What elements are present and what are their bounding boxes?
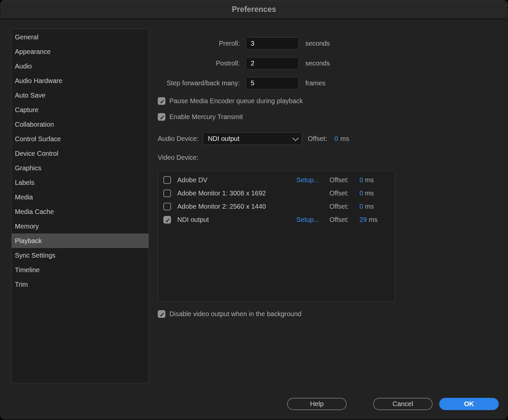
offset-unit: ms xyxy=(365,189,374,197)
mercury-transmit-label: Enable Mercury Transmit xyxy=(169,113,243,121)
sidebar-item-label: Appearance xyxy=(15,48,51,56)
step-label: Step forward/back many: xyxy=(158,79,240,87)
audio-device-value: NDI output xyxy=(208,135,293,143)
offset-number: 0 xyxy=(360,189,363,197)
video-device-label: Video Device: xyxy=(158,154,198,161)
sidebar-item-label: Auto Save xyxy=(15,92,45,99)
sidebar-item-collaboration[interactable]: Collaboration xyxy=(12,117,148,132)
pause-encoder-label: Pause Media Encoder queue during playbac… xyxy=(169,97,303,105)
sidebar-item-memory[interactable]: Memory xyxy=(12,219,148,233)
offset-number: 0 xyxy=(360,176,363,184)
device-name: Adobe DV xyxy=(177,176,296,184)
preferences-dialog: Preferences General Appearance Audio Aud… xyxy=(0,0,508,419)
step-unit: frames xyxy=(305,79,325,87)
offset-value[interactable]: 0 ms xyxy=(360,203,395,210)
audio-device-select[interactable]: NDI output xyxy=(203,132,302,145)
help-button[interactable]: Help xyxy=(287,398,347,410)
disable-background-row: Disable video output when in the backgro… xyxy=(158,310,301,318)
ndi-output-checkbox[interactable] xyxy=(163,216,171,224)
offset-label: Offset: xyxy=(329,203,360,210)
chevron-down-icon xyxy=(293,135,299,141)
postroll-row: Postroll: seconds xyxy=(158,57,330,69)
sidebar-item-device-control[interactable]: Device Control xyxy=(12,146,148,161)
sidebar-item-label: Collaboration xyxy=(15,121,54,128)
sidebar-item-label: Capture xyxy=(15,106,38,114)
sidebar-item-label: Media Cache xyxy=(15,208,54,216)
title-bar: Preferences xyxy=(1,0,507,19)
preroll-unit: seconds xyxy=(305,40,330,47)
offset-value[interactable]: 0 ms xyxy=(360,189,395,197)
sidebar-item-label: Timeline xyxy=(15,266,40,274)
pause-encoder-row: Pause Media Encoder queue during playbac… xyxy=(158,97,303,105)
sidebar-item-labels[interactable]: Labels xyxy=(12,175,148,190)
disable-background-label: Disable video output when in the backgro… xyxy=(169,310,301,318)
sidebar-item-sync-settings[interactable]: Sync Settings xyxy=(12,248,148,263)
audio-device-row: Audio Device: NDI output Offset: 0 ms xyxy=(158,132,349,145)
postroll-label: Postroll: xyxy=(158,60,240,67)
adobe-monitor-2-checkbox[interactable] xyxy=(163,203,171,210)
sidebar-item-label: Audio xyxy=(15,63,32,70)
device-name: NDI output xyxy=(177,216,296,224)
preroll-label: Preroll: xyxy=(158,40,240,47)
sidebar-item-auto-save[interactable]: Auto Save xyxy=(12,88,148,103)
sidebar-item-label: Audio Hardware xyxy=(15,77,62,85)
sidebar-item-label: Sync Settings xyxy=(15,252,55,259)
offset-value[interactable]: 29 ms xyxy=(360,216,395,224)
sidebar-item-general[interactable]: General xyxy=(12,30,148,44)
sidebar-item-label: Playback xyxy=(15,237,42,245)
offset-number: 0 xyxy=(360,203,363,210)
cancel-button[interactable]: Cancel xyxy=(373,398,433,410)
offset-unit: ms xyxy=(369,216,378,223)
sidebar-item-playback[interactable]: Playback xyxy=(12,233,148,248)
device-row-ndi-output: NDI output Setup... Offset: 29 ms xyxy=(158,213,395,226)
offset-unit: ms xyxy=(365,203,374,210)
device-row-adobe-monitor-1: Adobe Monitor 1: 3008 x 1692 Offset: 0 m… xyxy=(158,187,395,200)
sidebar-item-label: General xyxy=(15,33,38,41)
offset-unit: ms xyxy=(365,176,374,184)
sidebar-item-control-surface[interactable]: Control Surface xyxy=(12,132,148,146)
step-input[interactable] xyxy=(246,77,299,89)
offset-label: Offset: xyxy=(329,176,360,184)
sidebar-item-trim[interactable]: Trim xyxy=(12,277,148,292)
preroll-row: Preroll: seconds xyxy=(158,37,330,50)
ndi-output-setup-link[interactable]: Setup... xyxy=(296,216,329,224)
sidebar-item-media[interactable]: Media xyxy=(12,190,148,204)
sidebar-item-label: Labels xyxy=(15,179,34,187)
category-sidebar: General Appearance Audio Audio Hardware … xyxy=(11,29,149,383)
offset-number: 29 xyxy=(360,216,367,223)
ok-button[interactable]: OK xyxy=(439,398,499,410)
audio-offset-value[interactable]: 0 xyxy=(334,135,338,143)
postroll-input[interactable] xyxy=(246,57,299,69)
sidebar-item-label: Graphics xyxy=(15,164,41,172)
sidebar-item-timeline[interactable]: Timeline xyxy=(12,263,148,277)
dialog-title: Preferences xyxy=(232,5,276,14)
sidebar-item-audio-hardware[interactable]: Audio Hardware xyxy=(12,73,148,88)
sidebar-item-media-cache[interactable]: Media Cache xyxy=(12,204,148,219)
offset-label: Offset: xyxy=(329,216,360,224)
disable-background-checkbox[interactable] xyxy=(158,310,165,318)
sidebar-item-capture[interactable]: Capture xyxy=(12,103,148,117)
device-name: Adobe Monitor 2: 2560 x 1440 xyxy=(177,203,296,210)
audio-device-label: Audio Device: xyxy=(158,135,198,143)
audio-offset-label: Offset: xyxy=(308,135,327,143)
device-row-adobe-monitor-2: Adobe Monitor 2: 2560 x 1440 Offset: 0 m… xyxy=(158,200,395,213)
preroll-input[interactable] xyxy=(246,37,299,50)
sidebar-item-graphics[interactable]: Graphics xyxy=(12,161,148,175)
device-row-adobe-dv: Adobe DV Setup... Offset: 0 ms xyxy=(158,173,395,187)
adobe-monitor-1-checkbox[interactable] xyxy=(163,189,171,197)
pause-encoder-checkbox[interactable] xyxy=(158,97,165,105)
device-name: Adobe Monitor 1: 3008 x 1692 xyxy=(177,189,296,197)
adobe-dv-setup-link[interactable]: Setup... xyxy=(296,176,329,184)
sidebar-item-audio[interactable]: Audio xyxy=(12,59,148,73)
adobe-dv-checkbox[interactable] xyxy=(163,176,171,184)
sidebar-item-label: Trim xyxy=(15,281,28,288)
sidebar-item-label: Media xyxy=(15,193,33,201)
help-button-label: Help xyxy=(310,400,323,408)
sidebar-item-appearance[interactable]: Appearance xyxy=(12,44,148,59)
sidebar-item-label: Memory xyxy=(15,223,39,230)
mercury-transmit-checkbox[interactable] xyxy=(158,113,165,121)
offset-value[interactable]: 0 ms xyxy=(360,176,395,184)
step-row: Step forward/back many: frames xyxy=(158,77,325,89)
sidebar-item-label: Device Control xyxy=(15,150,58,157)
sidebar-item-label: Control Surface xyxy=(15,135,61,143)
